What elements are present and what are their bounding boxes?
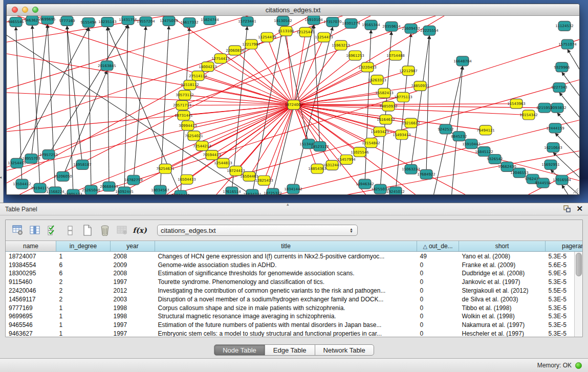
tab-network-table[interactable]: Network Table	[315, 344, 374, 356]
network-node[interactable]: 20163845	[98, 61, 116, 71]
network-node[interactable]: 25265040	[82, 185, 100, 194]
network-node[interactable]: 11254413	[315, 32, 333, 42]
table-row[interactable]: 977716911998Corpus callosum shape and si…	[6, 303, 582, 312]
network-node[interactable]: 9344556	[535, 178, 551, 188]
network-node[interactable]: 16210643	[544, 143, 562, 152]
table-row[interactable]: 1456911722003Disruption of a novel membe…	[6, 295, 582, 303]
close-panel-button[interactable]: ✕	[576, 205, 583, 212]
table-row[interactable]: 1938455462009Genome-wide association stu…	[6, 260, 582, 269]
network-node[interactable]: 22225554	[420, 26, 439, 35]
network-node[interactable]: 10725322	[264, 188, 282, 194]
network-node[interactable]: 9465546	[8, 17, 24, 27]
clear-selection-button[interactable]	[63, 224, 77, 237]
tab-node-table[interactable]: Node Table	[214, 344, 265, 356]
network-node[interactable]: 9329966	[554, 62, 570, 72]
network-node[interactable]: 9777169	[59, 16, 75, 26]
network-table-selector[interactable]: citations_edges.txt ▲▼	[157, 225, 358, 236]
network-node[interactable]: 15824744	[201, 16, 219, 25]
network-node[interactable]: 15963213	[332, 40, 350, 50]
network-node[interactable]: 16648784	[453, 56, 472, 66]
network-node[interactable]: 8113104	[278, 26, 294, 36]
network-node[interactable]: 18130542	[274, 16, 292, 26]
network-node[interactable]: 12217987	[242, 39, 260, 49]
network-node[interactable]: 72544213	[193, 141, 211, 151]
collapse-left-icon[interactable]: ◂	[0, 175, 2, 180]
network-node[interactable]: 9326542	[487, 155, 503, 164]
network-node[interactable]: 9699695	[39, 16, 55, 24]
toggle-columns-button[interactable]	[28, 224, 42, 237]
network-node[interactable]: 27514112	[189, 71, 207, 81]
table-row[interactable]: 969969511998Structural magnetic resonanc…	[6, 312, 582, 321]
network-node[interactable]: 8845232	[451, 132, 467, 141]
function-builder-button[interactable]: f(x)	[133, 224, 147, 237]
resize-grip[interactable]	[572, 187, 579, 194]
network-node[interactable]: 15582413	[375, 88, 394, 98]
select-rows-button[interactable]	[46, 224, 60, 237]
column-header-pagerank[interactable]: pagerank	[546, 241, 583, 252]
table-row[interactable]: 911546021997Tourette syndrome. Phenomeno…	[6, 278, 582, 287]
network-node[interactable]: 11254439	[258, 32, 276, 42]
network-node[interactable]: 16834231	[243, 189, 262, 194]
network-window-titlebar[interactable]: citations_edges.txt	[7, 4, 579, 16]
network-node[interactable]: 15692951	[541, 160, 560, 169]
network-node[interactable]: 8215953	[536, 103, 552, 113]
panel-splitter-handle[interactable]: ▴	[287, 202, 289, 207]
table-vertical-scrollbar[interactable]	[574, 252, 582, 337]
column-header-year[interactable]: year	[111, 241, 155, 252]
network-node[interactable]: 74850932	[379, 101, 398, 111]
network-node[interactable]: 13504412	[13, 179, 31, 189]
network-node[interactable]: 12125443	[296, 27, 315, 37]
left-splitter[interactable]: ◂	[0, 0, 4, 203]
table-row[interactable]: 946554611997Estimation of the future num…	[6, 321, 582, 330]
network-node[interactable]: 10235143	[98, 17, 117, 27]
network-node[interactable]: 11431756	[119, 16, 137, 25]
network-node[interactable]: 16782759	[124, 175, 143, 185]
network-node[interactable]: 16961253	[346, 51, 364, 60]
new-table-button[interactable]	[80, 224, 95, 237]
network-node[interactable]: 30573112	[176, 90, 194, 100]
network-node[interactable]: 19565344	[362, 20, 380, 30]
network-node[interactable]: 18775113	[394, 92, 412, 102]
network-node[interactable]: 18034567	[151, 185, 169, 194]
network-node[interactable]: 76494121	[476, 125, 495, 135]
network-node[interactable]: 18301274	[342, 18, 360, 28]
network-node[interactable]: 74850931	[411, 81, 429, 91]
column-header-name[interactable]: name	[6, 241, 56, 252]
network-node[interactable]: 76254021	[185, 131, 203, 141]
column-header-in_degree[interactable]: in_degree	[56, 241, 111, 252]
table-row[interactable]: 2242004622012Investigating the contribut…	[6, 287, 582, 295]
network-canvas[interactable]: 9465546946362796996959777169915549410235…	[7, 16, 579, 194]
network-node[interactable]: 9155494	[80, 17, 97, 27]
network-node[interactable]: 12923448	[171, 190, 190, 194]
network-node[interactable]: 9463627	[24, 16, 40, 25]
network-node[interactable]: 9242512	[438, 124, 453, 134]
network-node[interactable]: 12212987	[399, 66, 418, 76]
network-node[interactable]: 20359614	[382, 21, 401, 31]
network-node[interactable]: 17016504	[553, 175, 571, 185]
table-settings-button[interactable]	[11, 224, 25, 237]
delete-columns-button[interactable]	[98, 224, 112, 237]
network-node[interactable]: 18731441	[175, 111, 193, 120]
network-node[interactable]: 15905123	[64, 189, 82, 194]
network-node[interactable]: 17957253	[39, 150, 58, 160]
network-node[interactable]: 25206050	[54, 171, 72, 181]
table-row[interactable]: 1872400712008Changes of HCN gene express…	[6, 252, 582, 260]
network-node[interactable]: 21518112	[181, 80, 199, 90]
network-node[interactable]: 16263313	[368, 75, 386, 85]
network-node[interactable]: 9227343	[551, 83, 567, 93]
network-node[interactable]: 30994413	[179, 121, 197, 130]
float-panel-button[interactable]	[563, 205, 571, 213]
network-node[interactable]: 17357070	[323, 17, 342, 27]
table-row[interactable]: 946362711997Embryonic stem cells: a mode…	[6, 330, 582, 337]
column-header-title[interactable]: title	[155, 241, 417, 252]
column-header-out_de[interactable]: △out_de...	[417, 241, 459, 252]
network-node[interactable]: 10154342	[519, 110, 538, 120]
tab-edge-table[interactable]: Edge Table	[265, 344, 315, 356]
network-node[interactable]: 15493423	[371, 127, 389, 137]
table-row[interactable]: 1830029562008Estimation of significance …	[6, 269, 582, 278]
network-node[interactable]: 11124532	[555, 21, 574, 31]
scrollbar-thumb[interactable]	[576, 253, 582, 276]
network-node[interactable]: 16617332	[180, 17, 199, 27]
column-header-short[interactable]: short	[459, 241, 546, 252]
network-node[interactable]: 12475059	[160, 16, 178, 26]
